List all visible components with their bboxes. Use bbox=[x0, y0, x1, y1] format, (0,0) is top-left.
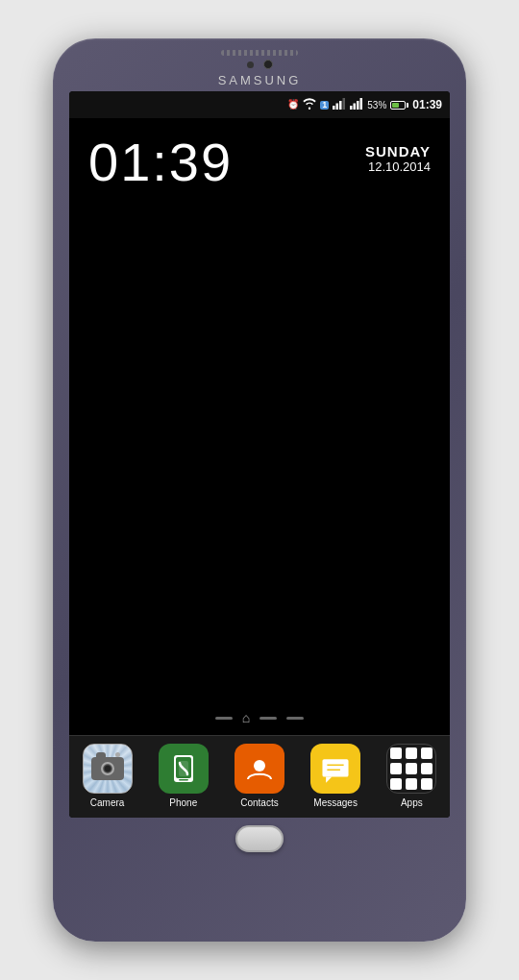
svg-rect-7 bbox=[360, 98, 363, 110]
phone-label: Phone bbox=[169, 797, 197, 808]
messages-app-icon[interactable] bbox=[310, 744, 360, 794]
apps-label: Apps bbox=[401, 797, 423, 808]
page-indicator: ⌂ bbox=[69, 710, 450, 725]
phone-bottom bbox=[235, 818, 284, 862]
phone-body: SAMSUNG ⏰ 1 bbox=[53, 38, 466, 942]
signal2-icon bbox=[350, 98, 363, 111]
home-button[interactable] bbox=[235, 825, 284, 852]
camera-body bbox=[91, 757, 124, 780]
battery-percent: 53% bbox=[367, 100, 386, 110]
svg-marker-13 bbox=[326, 777, 332, 783]
camera-sensor-area bbox=[247, 60, 273, 69]
camera-lens bbox=[101, 762, 114, 775]
screen: ⏰ 1 bbox=[69, 91, 450, 818]
camera-label: Camera bbox=[90, 797, 125, 808]
messages-label: Messages bbox=[313, 797, 358, 808]
camera-flash bbox=[115, 752, 120, 757]
indicator-dash-3 bbox=[286, 717, 304, 720]
dock-item-phone[interactable]: Phone bbox=[159, 744, 209, 808]
svg-rect-10 bbox=[179, 779, 188, 781]
main-clock: 01:39 bbox=[88, 135, 233, 189]
svg-rect-3 bbox=[343, 98, 346, 110]
speaker-dots bbox=[221, 50, 298, 56]
svg-rect-0 bbox=[333, 106, 335, 110]
main-screen: 01:39 SUNDAY 12.10.2014 ⌂ bbox=[69, 118, 450, 735]
messages-svg-icon bbox=[320, 753, 351, 784]
sim-icon: 1 bbox=[320, 101, 329, 110]
indicator-dash-2 bbox=[260, 717, 277, 720]
indicator-dash-1 bbox=[215, 717, 233, 720]
brand-label: SAMSUNG bbox=[218, 73, 302, 87]
clock-date-area: 01:39 SUNDAY 12.10.2014 bbox=[69, 118, 450, 189]
phone-svg-icon bbox=[168, 753, 199, 784]
status-bar: ⏰ 1 bbox=[69, 91, 450, 118]
day-name: SUNDAY bbox=[365, 143, 431, 159]
svg-rect-4 bbox=[350, 106, 353, 110]
svg-rect-5 bbox=[354, 104, 357, 110]
contacts-app-icon[interactable] bbox=[235, 744, 284, 794]
dock: Camera Phone bbox=[69, 735, 450, 818]
apps-app-icon[interactable] bbox=[386, 744, 436, 794]
wifi-icon bbox=[303, 98, 316, 111]
apps-grid bbox=[390, 747, 432, 790]
dock-item-camera[interactable]: Camera bbox=[83, 744, 133, 808]
front-camera bbox=[263, 60, 273, 69]
camera-app-icon[interactable] bbox=[83, 744, 133, 794]
signal1-icon bbox=[333, 98, 346, 111]
svg-rect-2 bbox=[339, 101, 342, 110]
camera-bump bbox=[96, 752, 106, 758]
svg-point-11 bbox=[254, 760, 265, 772]
alarm-icon: ⏰ bbox=[287, 100, 299, 110]
phone-app-icon[interactable] bbox=[159, 744, 209, 794]
sensor-dot bbox=[247, 61, 254, 68]
dock-item-apps[interactable]: Apps bbox=[386, 744, 436, 808]
dock-item-contacts[interactable]: Contacts bbox=[235, 744, 284, 808]
contacts-label: Contacts bbox=[240, 797, 278, 808]
phone-top: SAMSUNG bbox=[53, 38, 466, 91]
home-icon-small[interactable]: ⌂ bbox=[242, 710, 250, 725]
svg-rect-12 bbox=[323, 759, 349, 776]
svg-rect-6 bbox=[357, 101, 359, 110]
battery-icon bbox=[390, 101, 408, 110]
svg-rect-1 bbox=[336, 104, 339, 110]
date-string: 12.10.2014 bbox=[365, 159, 431, 174]
contacts-svg-icon bbox=[244, 753, 275, 784]
status-time: 01:39 bbox=[412, 98, 442, 111]
dock-item-messages[interactable]: Messages bbox=[310, 744, 360, 808]
date-area: SUNDAY 12.10.2014 bbox=[365, 135, 431, 174]
